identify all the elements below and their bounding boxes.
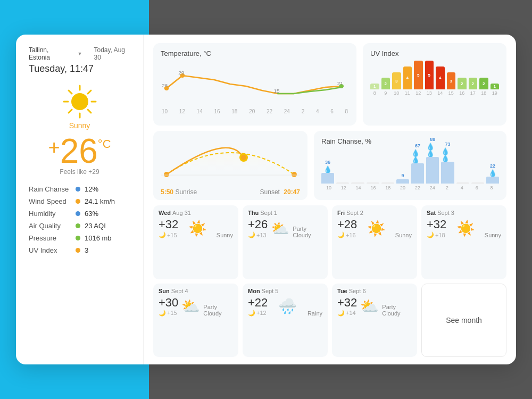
svg-point-0 — [71, 93, 88, 110]
uv-x-label: 16 — [459, 90, 464, 96]
see-month-button[interactable]: See month — [446, 316, 482, 325]
fc-temps: +32 🌙+14 — [337, 296, 357, 317]
rain-bar-col: 67 💧💧 — [411, 143, 424, 184]
rain-drop: 💧💧 — [411, 149, 424, 163]
sun-icon — [61, 83, 98, 120]
fc-high: +32 — [159, 218, 178, 231]
rain-bar-col: 22 💧 — [486, 163, 499, 184]
rain-bar-col: 73 💧💧 — [441, 142, 454, 184]
rain-drop: 💧💧 — [441, 148, 454, 162]
stat-value: 23 AQI — [85, 222, 106, 230]
uv-bar: 4 — [403, 66, 412, 89]
rain-drop: 💧💧 — [426, 143, 439, 157]
fc-high: +28 — [337, 218, 357, 231]
fc-desc: Party Cloudy — [203, 304, 233, 317]
fc-icon: ☀️ — [360, 220, 392, 237]
uv-bar-col: 2 16 — [458, 78, 467, 96]
svg-point-19 — [292, 172, 297, 177]
rain-bar — [381, 182, 394, 184]
fc-day: FriSept 2 — [337, 210, 412, 216]
forecast-cell: SunSept 4 +30 🌙+15 ⛅ Party Cloudy — [153, 284, 238, 358]
fc-desc: Rainy — [307, 310, 322, 317]
rain-x-label: 4 — [454, 185, 469, 190]
fc-high: +32 — [337, 296, 357, 309]
see-month-cell[interactable]: See month — [421, 284, 506, 358]
fc-icon: ⛅ — [360, 297, 379, 315]
sun-times: 5:50 Sunrise Sunset 20:47 — [161, 188, 300, 196]
fc-day: SatSept 3 — [427, 210, 501, 216]
rain-bar — [486, 177, 499, 184]
stat-label: Wind Speed — [29, 197, 76, 205]
forecast-cell: FriSept 2 +28 🌙+16 ☀️ Sunny — [332, 205, 417, 279]
temp-chart-box: Temperature, °C 26 29 15 — [153, 43, 356, 126]
uv-bar: 5 — [425, 61, 434, 89]
fc-low: 🌙+13 — [248, 231, 268, 238]
uv-x-label: 15 — [448, 90, 454, 96]
sun-arc-svg — [161, 136, 300, 179]
uv-bar-col: 5 12 — [414, 61, 423, 96]
uv-bar-col: 1 8 — [370, 84, 379, 96]
rain-bar-col — [351, 176, 364, 184]
fc-icon: 🌧️ — [271, 297, 304, 315]
fc-day: MonSept 5 — [248, 288, 322, 294]
location-row: Tallinn, Estonia ▼ Today, Aug 30 — [29, 46, 130, 61]
fc-desc: Sunny — [217, 232, 233, 238]
forecast-cell: TueSept 6 +32 🌙+14 ⛅ Party Cloudy — [332, 284, 417, 358]
rain-x-label: 2 — [440, 185, 455, 190]
rain-bar — [351, 182, 364, 184]
rain-bar-col: 9 — [396, 173, 409, 184]
fc-desc: Sunny — [395, 232, 412, 238]
uv-bar: 2 — [479, 78, 488, 89]
forecast-cell: WedAug 31 +32 🌙+15 ☀️ Sunny — [153, 205, 238, 279]
rain-bar — [426, 157, 439, 184]
fc-day: SunSept 4 — [159, 288, 233, 294]
fc-temps: +32 🌙+18 — [427, 218, 446, 238]
uv-x-label: 14 — [437, 90, 443, 96]
rain-bars-area: 36 💧 9 67 💧💧 88 💧💧 73 💧💧 — [321, 148, 499, 184]
left-panel: Tallinn, Estonia ▼ Today, Aug 30 Tuesday… — [16, 35, 144, 364]
rain-bar — [471, 182, 484, 184]
stat-value: 3 — [85, 246, 88, 254]
stat-label: Rain Chanse — [29, 185, 76, 193]
svg-line-7 — [88, 90, 91, 94]
location-name[interactable]: Tallinn, Estonia — [29, 46, 68, 61]
uv-bar-col: 2 18 — [479, 78, 488, 96]
chevron-down-icon: ▼ — [78, 51, 82, 56]
rain-x-label: 18 — [380, 185, 395, 190]
fc-temps: +26 🌙+13 — [248, 218, 268, 238]
uv-bar-col: 3 15 — [447, 72, 456, 96]
uv-bar: 2 — [381, 78, 390, 89]
uv-bar-col: 2 17 — [469, 78, 478, 96]
rain-drop: 💧 — [488, 170, 497, 177]
rain-x-label: 6 — [469, 185, 484, 190]
fc-low: 🌙+18 — [427, 231, 446, 238]
stat-value: 63% — [85, 210, 98, 218]
stat-row: Wind Speed 24.1 km/h — [29, 195, 130, 207]
fc-icon: ⛅ — [181, 297, 200, 315]
fc-high: +30 — [159, 296, 178, 309]
rain-x-label: 20 — [395, 185, 410, 190]
rain-x-label: 14 — [351, 185, 366, 190]
fc-body: +28 🌙+16 ☀️ Sunny — [337, 218, 412, 238]
temp-plus: + — [48, 137, 60, 157]
forecast-cell: MonSept 5 +22 🌙+12 🌧️ Rainy — [243, 284, 328, 358]
rain-bar-col — [471, 176, 484, 184]
fc-high: +32 — [427, 218, 446, 231]
rain-bar-col — [456, 176, 469, 184]
uv-x-label: 10 — [394, 90, 399, 96]
rain-bar-col — [367, 176, 379, 184]
fc-low: 🌙+15 — [159, 231, 178, 238]
rain-bar — [396, 179, 409, 184]
temp-unit: °C — [98, 138, 111, 150]
sunrise-time: 5:50 Sunrise — [161, 188, 197, 196]
uv-bars-area: 1 8 2 9 3 10 4 11 5 12 5 13 4 14 3 15 2 … — [370, 61, 499, 96]
fc-temps: +28 🌙+16 — [337, 218, 357, 238]
uv-bar: 1 — [370, 84, 379, 89]
svg-line-5 — [69, 90, 72, 94]
temp-chart-area: 26 29 15 21 — [161, 61, 349, 107]
uv-bar-col: 3 10 — [392, 72, 401, 96]
uv-x-label: 8 — [373, 90, 376, 96]
uv-bar-col: 4 11 — [403, 66, 412, 96]
stat-row: Pressure 1016 mb — [29, 232, 130, 244]
right-panel: Temperature, °C 26 29 15 — [144, 35, 516, 364]
